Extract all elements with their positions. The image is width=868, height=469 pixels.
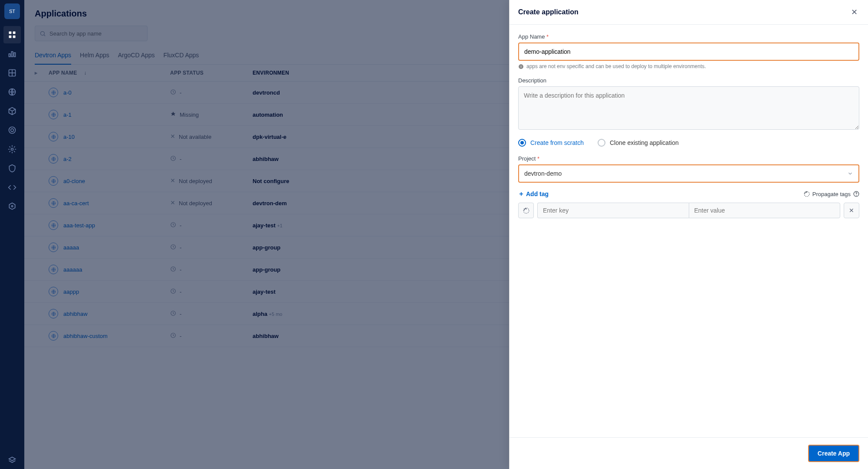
tag-propagate-toggle[interactable] <box>518 203 534 218</box>
svg-rect-1 <box>13 32 16 34</box>
nav-shield-icon[interactable] <box>3 160 21 177</box>
chevron-down-icon <box>847 171 853 177</box>
nav-grid-icon[interactable] <box>3 64 21 82</box>
svg-point-14 <box>11 206 13 207</box>
drawer-footer: Create App <box>510 437 868 469</box>
nav-gear-icon[interactable] <box>3 141 21 158</box>
left-navigation: ST <box>0 0 24 469</box>
svg-rect-4 <box>9 54 10 57</box>
app-name-input[interactable] <box>518 43 859 61</box>
propagate-tags-button[interactable]: Propagate tags <box>804 191 859 197</box>
svg-rect-5 <box>11 52 13 57</box>
create-app-button[interactable]: Create App <box>808 445 859 462</box>
drawer-header: Create application ✕ <box>510 0 868 25</box>
nav-layers-icon[interactable] <box>3 452 21 469</box>
nav-chart-icon[interactable] <box>3 45 21 62</box>
project-label: Project * <box>518 155 859 162</box>
svg-point-49 <box>856 195 857 196</box>
svg-rect-6 <box>14 53 15 57</box>
nav-apps-icon[interactable] <box>3 26 21 43</box>
tag-actions: Add tag Propagate tags <box>518 190 859 197</box>
create-app-drawer: Create application ✕ App Name * i apps a… <box>509 0 868 469</box>
drawer-title: Create application <box>518 8 579 16</box>
svg-rect-2 <box>9 36 12 38</box>
nav-hexagon-icon[interactable] <box>3 198 21 215</box>
svg-rect-0 <box>9 32 12 34</box>
info-icon: i <box>518 64 524 69</box>
plus-icon <box>518 191 524 197</box>
svg-point-11 <box>9 127 16 134</box>
radio-create-scratch[interactable]: Create from scratch <box>518 139 584 147</box>
tag-remove-button[interactable]: ✕ <box>844 203 859 218</box>
nav-cube-icon[interactable] <box>3 102 21 120</box>
tag-value-input[interactable] <box>689 203 841 218</box>
svg-point-12 <box>11 129 14 132</box>
radio-clone-existing[interactable]: Clone existing application <box>598 139 679 147</box>
svg-text:i: i <box>520 65 521 69</box>
app-name-hint: i apps are not env specific and can be u… <box>518 63 859 69</box>
description-textarea[interactable] <box>518 86 859 130</box>
help-icon <box>853 191 859 197</box>
tag-input-row: ✕ <box>518 203 859 218</box>
creation-mode-radios: Create from scratch Clone existing appli… <box>518 139 859 147</box>
svg-rect-3 <box>13 36 16 38</box>
drawer-body: App Name * i apps are not env specific a… <box>510 25 868 437</box>
app-name-label: App Name * <box>518 33 859 40</box>
propagate-icon <box>804 191 810 197</box>
nav-globe-icon[interactable] <box>3 83 21 101</box>
nav-code-icon[interactable] <box>3 179 21 196</box>
tag-key-input[interactable] <box>537 203 689 218</box>
project-select[interactable]: devtron-demo <box>518 164 859 183</box>
svg-point-13 <box>11 148 13 151</box>
nav-target-icon[interactable] <box>3 121 21 139</box>
add-tag-button[interactable]: Add tag <box>518 190 549 197</box>
logo[interactable]: ST <box>4 3 20 19</box>
close-icon[interactable]: ✕ <box>849 7 859 17</box>
description-label: Description <box>518 77 859 84</box>
